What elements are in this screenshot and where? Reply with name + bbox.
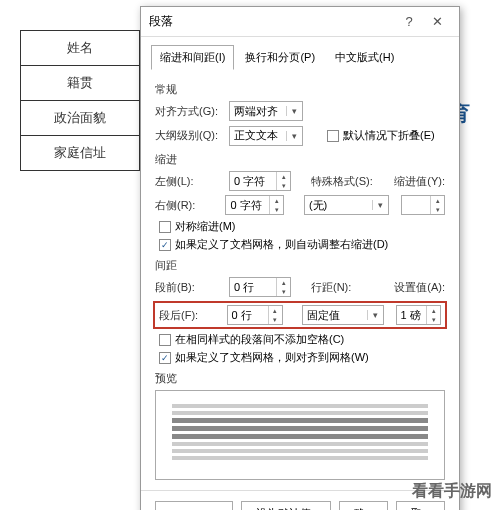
outline-value: 正文文本	[230, 128, 286, 143]
tabs-button[interactable]: 制表位(T)...	[155, 501, 233, 510]
checkbox-icon	[159, 221, 171, 233]
preview-label: 预览	[155, 371, 445, 386]
bg-cell: 姓名	[20, 30, 140, 66]
preview-box	[155, 390, 445, 480]
checkbox-icon	[159, 334, 171, 346]
special-label: 特殊格式(S):	[311, 174, 373, 189]
spinner-arrows: ▴▾	[276, 172, 290, 190]
auto-indent-checkbox[interactable]: ✓ 如果定义了文档网格，则自动调整右缩进(D)	[159, 237, 445, 252]
collapse-checkbox[interactable]: 默认情况下折叠(E)	[327, 128, 435, 143]
indent-by-spin[interactable]: ▴▾	[401, 195, 445, 215]
indent-right-value: 0 字符	[226, 198, 269, 213]
default-button[interactable]: 设为默认值(D)	[241, 501, 331, 510]
set-value-label: 设置值(A):	[394, 280, 445, 295]
tab-indent-spacing[interactable]: 缩进和间距(I)	[151, 45, 234, 70]
space-before-value: 0 行	[230, 280, 276, 295]
bg-table: 姓名 籍贯 政治面貌 家庭信址	[20, 30, 140, 170]
no-space-label: 在相同样式的段落间不添加空格(C)	[175, 332, 344, 347]
mirror-checkbox[interactable]: 对称缩进(M)	[159, 219, 445, 234]
indent-right-spin[interactable]: 0 字符 ▴▾	[225, 195, 284, 215]
section-general: 常规	[155, 82, 445, 97]
highlight-box: 段后(F): 0 行 ▴▾ 固定值 ▾ 1 磅 ▴▾	[153, 301, 447, 329]
tab-chinese[interactable]: 中文版式(H)	[326, 45, 403, 70]
mirror-label: 对称缩进(M)	[175, 219, 236, 234]
close-button[interactable]: ✕	[423, 14, 451, 29]
spinner-arrows: ▴▾	[276, 278, 290, 296]
chevron-down-icon: ▾	[367, 310, 383, 320]
space-after-label: 段后(F):	[159, 308, 221, 323]
indent-right-label: 右侧(R):	[155, 198, 219, 213]
bg-cell: 政治面貌	[20, 100, 140, 136]
indent-by-label: 缩进值(Y):	[394, 174, 445, 189]
spinner-arrows: ▴▾	[269, 196, 283, 214]
cancel-button[interactable]: 取消	[396, 501, 445, 510]
checkbox-icon: ✓	[159, 239, 171, 251]
outline-combo[interactable]: 正文文本 ▾	[229, 126, 303, 146]
spinner-arrows: ▴▾	[426, 306, 440, 324]
watermark: 看看手游网	[412, 481, 492, 502]
bg-cell: 籍贯	[20, 65, 140, 101]
line-spacing-combo[interactable]: 固定值 ▾	[302, 305, 384, 325]
tab-line-page[interactable]: 换行和分页(P)	[236, 45, 324, 70]
alignment-label: 对齐方式(G):	[155, 104, 223, 119]
outline-label: 大纲级别(Q):	[155, 128, 223, 143]
space-before-label: 段前(B):	[155, 280, 223, 295]
paragraph-dialog: 段落 ? ✕ 缩进和间距(I) 换行和分页(P) 中文版式(H) 常规 对齐方式…	[140, 6, 460, 510]
space-after-spin[interactable]: 0 行 ▴▾	[227, 305, 283, 325]
checkbox-icon	[327, 130, 339, 142]
no-space-checkbox[interactable]: 在相同样式的段落间不添加空格(C)	[159, 332, 445, 347]
line-spacing-value: 固定值	[303, 308, 367, 323]
set-value-spin[interactable]: 1 磅 ▴▾	[396, 305, 441, 325]
titlebar: 段落 ? ✕	[141, 7, 459, 37]
alignment-value: 两端对齐	[230, 104, 286, 119]
chevron-down-icon: ▾	[286, 106, 302, 116]
help-button[interactable]: ?	[395, 14, 423, 29]
chevron-down-icon: ▾	[286, 131, 302, 141]
dialog-body: 常规 对齐方式(G): 两端对齐 ▾ 大纲级别(Q): 正文文本 ▾ 默认情况下…	[141, 70, 459, 490]
line-spacing-label: 行距(N):	[311, 280, 351, 295]
special-value: (无)	[305, 198, 372, 213]
ok-button[interactable]: 确定	[339, 501, 388, 510]
set-value-value: 1 磅	[397, 308, 426, 323]
snap-grid-label: 如果定义了文档网格，则对齐到网格(W)	[175, 350, 369, 365]
bg-cell: 家庭信址	[20, 135, 140, 171]
section-spacing: 间距	[155, 258, 445, 273]
tab-strip: 缩进和间距(I) 换行和分页(P) 中文版式(H)	[141, 37, 459, 70]
checkbox-icon: ✓	[159, 352, 171, 364]
section-indent: 缩进	[155, 152, 445, 167]
dialog-title: 段落	[149, 13, 395, 30]
spinner-arrows: ▴▾	[268, 306, 282, 324]
auto-indent-label: 如果定义了文档网格，则自动调整右缩进(D)	[175, 237, 388, 252]
indent-left-label: 左侧(L):	[155, 174, 223, 189]
indent-left-spin[interactable]: 0 字符 ▴▾	[229, 171, 291, 191]
space-after-value: 0 行	[228, 308, 268, 323]
collapse-label: 默认情况下折叠(E)	[343, 128, 435, 143]
indent-left-value: 0 字符	[230, 174, 276, 189]
alignment-combo[interactable]: 两端对齐 ▾	[229, 101, 303, 121]
snap-grid-checkbox[interactable]: ✓ 如果定义了文档网格，则对齐到网格(W)	[159, 350, 445, 365]
chevron-down-icon: ▾	[372, 200, 388, 210]
spinner-arrows: ▴▾	[430, 196, 444, 214]
special-combo[interactable]: (无) ▾	[304, 195, 389, 215]
space-before-spin[interactable]: 0 行 ▴▾	[229, 277, 291, 297]
